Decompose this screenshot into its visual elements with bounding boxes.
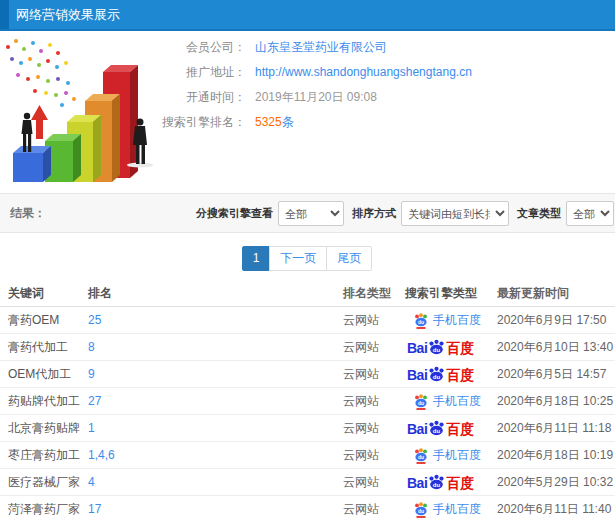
mobile-baidu-paw-icon: du: [413, 447, 429, 464]
table-header-row: 关键词 排名 排名类型 搜索引擎类型 最新更新时间: [0, 280, 615, 307]
baidu-logo-cn: 百度: [446, 368, 474, 382]
rank-link[interactable]: 25: [88, 313, 343, 327]
rank-type-cell: 云网站: [343, 366, 405, 383]
rank-link[interactable]: 27: [88, 394, 343, 408]
baidu-logo: Bai du 百度: [407, 339, 474, 355]
keyword-cell: 医疗器械厂家: [0, 474, 88, 491]
rank-count-suffix: 条: [282, 110, 294, 135]
rank-count-number: 5325: [255, 110, 282, 135]
page-title: 网络营销效果展示: [16, 0, 120, 30]
mobile-baidu-label: 手机百度: [433, 501, 481, 518]
baidu-logo-bai: Bai: [407, 476, 427, 490]
engine-cell: du 手机百度: [405, 501, 497, 518]
table-body: 膏药OEM 25 云网站 du 手机百度 2020年6月9日 17:50 膏药代…: [0, 307, 615, 520]
updated-cell: 2020年6月10日 13:40: [497, 339, 615, 356]
header-engine-type: 搜索引擎类型: [405, 285, 497, 302]
updated-cell: 2020年6月9日 17:50: [497, 312, 615, 329]
baidu-logo-bai: Bai: [407, 368, 427, 382]
member-info-panel: 会员公司： 山东皇圣堂药业有限公司 推广地址： http://www.shand…: [160, 35, 472, 135]
rank-type-cell: 云网站: [343, 474, 405, 491]
table-row: 药贴牌代加工 27 云网站 du 手机百度 2020年6月18日 10:25: [0, 388, 615, 415]
filter-bar: 结果： 分搜索引擎查看 全部 排序方式 关键词由短到长排序 文章类型 全部 提交: [0, 193, 615, 233]
pagination: 1 下一页 尾页: [0, 246, 615, 271]
svg-text:du: du: [418, 508, 424, 514]
last-page-button[interactable]: 尾页: [326, 246, 372, 271]
rank-link[interactable]: 4: [88, 475, 343, 489]
baidu-logo-cn: 百度: [446, 341, 474, 355]
rank-type-cell: 云网站: [343, 312, 405, 329]
keyword-cell: 枣庄膏药加工: [0, 447, 88, 464]
rank-type-cell: 云网站: [343, 420, 405, 437]
baidu-logo-cn: 百度: [446, 476, 474, 490]
svg-text:du: du: [418, 319, 424, 325]
company-link[interactable]: 山东皇圣堂药业有限公司: [255, 35, 387, 60]
rank-type-cell: 云网站: [343, 339, 405, 356]
results-table: 关键词 排名 排名类型 搜索引擎类型 最新更新时间 膏药OEM 25 云网站 d…: [0, 280, 615, 520]
keyword-cell: 膏药代加工: [0, 339, 88, 356]
updated-cell: 2020年6月11日 11:40: [497, 501, 615, 518]
filter-group: 分搜索引擎查看 全部 排序方式 关键词由短到长排序 文章类型 全部 提交: [196, 201, 615, 226]
rank-link[interactable]: 1: [88, 421, 343, 435]
rank-link[interactable]: 17: [88, 502, 343, 516]
up-arrow-icon: [31, 105, 48, 139]
next-page-button[interactable]: 下一页: [269, 246, 327, 271]
keyword-cell: OEM代加工: [0, 366, 88, 383]
mobile-baidu-logo: du 手机百度: [413, 447, 481, 464]
header-accent-stripe: [0, 0, 9, 29]
mobile-baidu-logo: du 手机百度: [413, 501, 481, 518]
table-row: 菏泽膏药厂家 17 云网站 du 手机百度 2020年6月11日 11:40: [0, 496, 615, 520]
updated-cell: 2020年6月18日 10:25: [497, 393, 615, 410]
table-row: 膏药代加工 8 云网站 Bai du 百度 2020年6月10日 13:40: [0, 334, 615, 361]
baidu-paw-icon: du: [428, 339, 445, 355]
engine-filter-select[interactable]: 全部: [278, 201, 344, 226]
keyword-cell: 膏药OEM: [0, 312, 88, 329]
baidu-logo: Bai du 百度: [407, 474, 474, 490]
svg-text:du: du: [418, 400, 424, 406]
mobile-baidu-paw-icon: du: [413, 501, 429, 518]
sort-filter-select[interactable]: 关键词由短到长排序: [401, 201, 509, 226]
keyword-cell: 北京膏药贴牌: [0, 420, 88, 437]
open-time-value: 2019年11月20日 09:08: [255, 85, 377, 110]
rank-type-cell: 云网站: [343, 501, 405, 518]
promo-url-link[interactable]: http://www.shandonghuangshengtang.cn: [255, 60, 472, 85]
article-type-select[interactable]: 全部: [566, 201, 614, 226]
svg-text:du: du: [433, 428, 441, 434]
engine-filter-label: 分搜索引擎查看: [196, 206, 273, 221]
mobile-baidu-label: 手机百度: [433, 393, 481, 410]
bar-blue: [13, 146, 51, 182]
baidu-logo-cn: 百度: [446, 422, 474, 436]
mobile-baidu-logo: du 手机百度: [413, 393, 481, 410]
engine-cell: Bai du 百度: [405, 339, 497, 355]
header-bar: 网络营销效果展示: [0, 0, 615, 31]
baidu-logo: Bai du 百度: [407, 366, 474, 382]
info-row-open-time: 开通时间： 2019年11月20日 09:08: [160, 85, 472, 110]
rank-link[interactable]: 1,4,6: [88, 448, 343, 462]
baidu-paw-icon: du: [428, 474, 445, 490]
header-rank: 排名: [88, 285, 343, 302]
baidu-logo: Bai du 百度: [407, 420, 474, 436]
baidu-paw-icon: du: [428, 366, 445, 382]
keyword-cell: 菏泽膏药厂家: [0, 501, 88, 518]
engine-cell: du 手机百度: [405, 393, 497, 410]
table-row: OEM代加工 9 云网站 Bai du 百度 2020年6月5日 14:57: [0, 361, 615, 388]
rank-link[interactable]: 8: [88, 340, 343, 354]
header-keyword: 关键词: [0, 285, 88, 302]
engine-cell: du 手机百度: [405, 447, 497, 464]
header-updated: 最新更新时间: [497, 285, 615, 302]
sort-filter-label: 排序方式: [352, 206, 396, 221]
article-type-label: 文章类型: [517, 206, 561, 221]
engine-cell: Bai du 百度: [405, 366, 497, 382]
mobile-baidu-label: 手机百度: [433, 447, 481, 464]
rank-count-label: 搜索引擎排名：: [160, 110, 246, 135]
confetti-dots: [6, 39, 76, 107]
promo-url-label: 推广地址：: [160, 60, 246, 85]
keyword-cell: 药贴牌代加工: [0, 393, 88, 410]
rank-link[interactable]: 9: [88, 367, 343, 381]
page-button-1[interactable]: 1: [242, 246, 271, 271]
svg-text:du: du: [433, 374, 441, 380]
updated-cell: 2020年6月11日 11:18: [497, 420, 615, 437]
info-row-rank-count: 搜索引擎排名： 5325 条: [160, 110, 472, 135]
svg-text:du: du: [433, 482, 441, 488]
baidu-logo-bai: Bai: [407, 422, 427, 436]
info-row-company: 会员公司： 山东皇圣堂药业有限公司: [160, 35, 472, 60]
